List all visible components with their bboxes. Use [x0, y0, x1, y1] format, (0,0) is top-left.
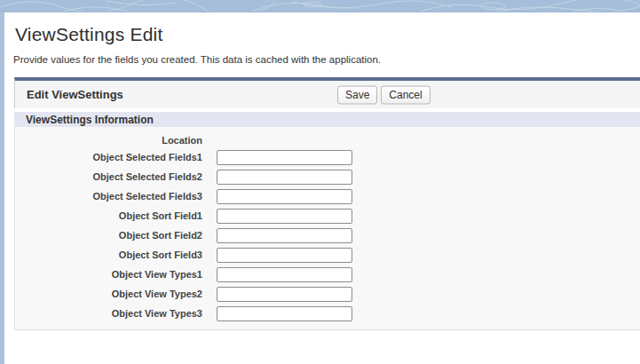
field-input-object-selected-fields3[interactable] — [217, 189, 352, 204]
form-row-object-view-types2: Object View Types2 — [15, 284, 640, 304]
field-input-object-sort-field3[interactable] — [217, 248, 352, 263]
page-description: Provide values for the fields you create… — [4, 45, 640, 65]
form-row-object-selected-fields2: Object Selected Fields2 — [15, 167, 640, 186]
form-row-object-selected-fields1: Object Selected Fields1 — [15, 147, 640, 167]
field-label-object-view-types2: Object View Types2 — [15, 289, 202, 299]
field-input-object-selected-fields2[interactable] — [217, 170, 352, 185]
field-label-location: Location — [15, 135, 202, 146]
section-header-title: ViewSettings Information — [26, 114, 154, 126]
form-row-object-view-types1: Object View Types1 — [15, 265, 640, 284]
field-input-object-view-types2[interactable] — [217, 287, 352, 302]
top-banner — [0, 0, 640, 12]
field-label-object-selected-fields1: Object Selected Fields1 — [15, 152, 202, 162]
field-input-object-sort-field2[interactable] — [217, 228, 352, 243]
edit-header-bar: Edit ViewSettings Save Cancel — [14, 77, 640, 108]
field-input-object-selected-fields1[interactable] — [217, 150, 352, 165]
field-label-object-view-types1: Object View Types1 — [15, 269, 202, 280]
button-group: Save Cancel — [337, 85, 431, 104]
field-label-object-selected-fields3: Object Selected Fields3 — [15, 191, 202, 202]
save-button[interactable]: Save — [337, 85, 377, 104]
page-title: ViewSettings Edit — [4, 12, 640, 45]
field-label-object-sort-field1: Object Sort Field1 — [15, 210, 202, 221]
form-row-object-sort-field3: Object Sort Field3 — [15, 245, 640, 265]
form-row-location: Location — [15, 132, 640, 147]
form-body: LocationObject Selected Fields1Object Se… — [14, 127, 640, 330]
field-label-object-sort-field2: Object Sort Field2 — [15, 230, 202, 241]
edit-viewsettings-box: Edit ViewSettings Save Cancel ViewSettin… — [14, 77, 640, 330]
banner-topo-pattern-decoration — [0, 0, 640, 12]
field-input-object-sort-field1[interactable] — [217, 209, 352, 224]
cancel-button[interactable]: Cancel — [381, 85, 430, 104]
form-row-object-sort-field2: Object Sort Field2 — [15, 226, 640, 245]
field-input-object-view-types3[interactable] — [217, 306, 352, 321]
page-content: ViewSettings Edit Provide values for the… — [4, 12, 640, 364]
form-row-object-view-types3: Object View Types3 — [15, 304, 640, 323]
section-header: ViewSettings Information — [14, 112, 640, 127]
form-row-object-sort-field1: Object Sort Field1 — [15, 206, 640, 226]
field-input-object-view-types1[interactable] — [217, 267, 352, 282]
field-label-object-view-types3: Object View Types3 — [15, 308, 202, 319]
form-row-object-selected-fields3: Object Selected Fields3 — [15, 186, 640, 206]
field-label-object-sort-field3: Object Sort Field3 — [15, 249, 202, 260]
edit-header-title: Edit ViewSettings — [27, 88, 123, 101]
field-label-object-selected-fields2: Object Selected Fields2 — [15, 171, 202, 182]
